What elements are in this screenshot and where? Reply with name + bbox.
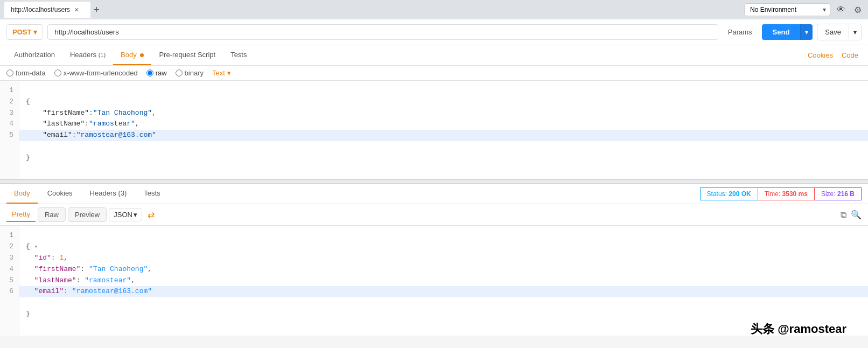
preview-tab[interactable]: Preview: [68, 207, 107, 222]
method-select[interactable]: POST ▾: [6, 24, 43, 40]
tab-title: http://localhost/users: [11, 6, 70, 13]
method-arrow-icon: ▾: [33, 28, 37, 36]
response-code-area: 1 2 3 4 5 6 { ▾ "id": 1, "firstName": "T…: [0, 226, 868, 335]
url-bar: POST ▾ Params Send ▾ Save ▾: [0, 19, 868, 45]
request-tabs: Authorization Headers (1) Body Pre-reque…: [0, 45, 868, 66]
resp-tab-headers[interactable]: Headers (3): [82, 184, 135, 204]
save-button[interactable]: Save: [817, 24, 849, 40]
request-body-editor[interactable]: 1 2 3 4 5 { "firstName":"Tan Chaohong", …: [0, 81, 868, 179]
status-badges: Status: 200 OK Time: 3530 ms Size: 216 B: [700, 187, 862, 200]
json-format-select[interactable]: JSON ▾: [109, 208, 142, 221]
response-body-tabs: Pretty Raw Preview JSON ▾ ⇄ ⧉ 🔍: [0, 204, 868, 226]
tab-body[interactable]: Body: [113, 45, 151, 65]
resp-tab-body[interactable]: Body: [6, 184, 38, 204]
eye-icon[interactable]: 👁: [835, 3, 848, 17]
body-dot-indicator: [140, 53, 144, 57]
pretty-tab[interactable]: Pretty: [6, 207, 36, 222]
env-bar: No Environment 👁 ⚙: [744, 3, 864, 17]
env-select[interactable]: No Environment: [744, 3, 830, 16]
tab-tests[interactable]: Tests: [223, 45, 254, 65]
response-code-content: { ▾ "id": 1, "firstName": "Tan Chaohong"…: [19, 226, 868, 335]
headers-badge: (1): [99, 52, 106, 58]
response-line-numbers: 1 2 3 4 5 6: [0, 226, 19, 335]
raw-tab[interactable]: Raw: [38, 207, 66, 222]
url-input[interactable]: [47, 24, 718, 40]
tab-prerequest[interactable]: Pre-request Script: [151, 45, 223, 65]
status-size-badge: Size: 216 B: [815, 187, 862, 200]
env-dropdown-wrap: No Environment: [744, 3, 830, 16]
save-dropdown-button[interactable]: ▾: [849, 24, 862, 40]
gear-icon[interactable]: ⚙: [852, 3, 864, 17]
resp-tab-tests[interactable]: Tests: [136, 184, 167, 204]
wrap-icon[interactable]: ⇄: [148, 210, 155, 220]
tab-close-icon[interactable]: ×: [74, 5, 79, 14]
method-label: POST: [12, 28, 31, 36]
send-button[interactable]: Send: [762, 24, 801, 40]
params-button[interactable]: Params: [723, 25, 758, 39]
response-header-tabs: Body Cookies Headers (3) Tests Status: 2…: [0, 184, 868, 204]
search-icon[interactable]: 🔍: [851, 210, 862, 220]
urlencoded-option[interactable]: x-www-form-urlencoded: [54, 69, 138, 77]
request-line-numbers: 1 2 3 4 5: [0, 81, 19, 179]
browser-tab[interactable]: http://localhost/users ×: [4, 2, 90, 18]
format-arrow-icon: ▾: [134, 211, 137, 219]
form-data-option[interactable]: form-data: [6, 69, 46, 77]
binary-option[interactable]: binary: [176, 69, 204, 77]
save-btn-group: Save ▾: [817, 24, 862, 40]
request-code-content[interactable]: { "firstName":"Tan Chaohong", "lastName"…: [19, 81, 868, 179]
section-divider: [0, 179, 868, 184]
text-arrow-icon: ▾: [227, 69, 231, 77]
send-dropdown-button[interactable]: ▾: [800, 24, 813, 40]
tab-headers[interactable]: Headers (1): [62, 45, 113, 65]
new-tab-button[interactable]: +: [94, 5, 100, 15]
code-link[interactable]: Code: [838, 46, 862, 65]
resp-tab-cookies[interactable]: Cookies: [40, 184, 80, 204]
status-ok-badge: Status: 200 OK: [700, 187, 758, 200]
copy-icon[interactable]: ⧉: [841, 210, 846, 220]
tab-authorization[interactable]: Authorization: [6, 45, 62, 65]
cookies-link[interactable]: Cookies: [804, 46, 836, 65]
browser-tab-bar: http://localhost/users × + No Environmen…: [0, 0, 868, 19]
status-time-badge: Time: 3530 ms: [758, 187, 815, 200]
send-btn-group: Send ▾: [762, 24, 813, 40]
raw-option[interactable]: raw: [146, 69, 167, 77]
resp-right-icons: ⧉ 🔍: [841, 210, 862, 220]
text-format-dropdown[interactable]: Text ▾: [212, 69, 231, 77]
body-options: form-data x-www-form-urlencoded raw bina…: [0, 66, 868, 81]
right-links: Cookies Code: [804, 46, 862, 65]
